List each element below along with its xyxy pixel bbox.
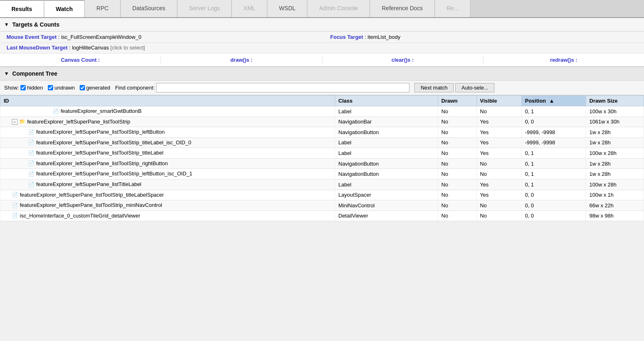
tab-referencedocs[interactable]: Reference Docs (370, 0, 434, 17)
cell-drawnsize: 1061w x 30h (586, 117, 644, 127)
show-bar: Show: hidden undrawn generated Find comp… (0, 81, 644, 95)
component-id: featureExplorer_leftSuperPane_listToolSt… (36, 139, 191, 146)
cell-id: −📁featureExplorer_leftSuperPane_listTool… (0, 117, 335, 127)
draws-cell: draw()s : (161, 56, 322, 64)
generated-checkbox-label[interactable]: generated (80, 85, 110, 91)
component-id: featureExplorer_leftSuperPane_listToolSt… (36, 150, 163, 156)
component-id: featureExplorer_leftSuperPane_listToolSt… (36, 160, 168, 166)
cell-position: 0, 1 (521, 158, 586, 169)
cell-drawn: No (438, 211, 477, 221)
cell-id: 📄featureExplorer_leftSuperPane_listTitle… (0, 179, 335, 190)
cell-position: 0, 0 (521, 211, 586, 221)
cell-class: DetailViewer (335, 211, 438, 221)
cell-drawnsize: 98w x 98h (586, 211, 644, 221)
cell-drawnsize: 1w x 28h (586, 169, 644, 179)
cell-class: Label (335, 148, 438, 159)
leaf-icon: 📄 (12, 191, 18, 198)
focus-value: itemList_body (368, 34, 400, 40)
col-header-drawnsize[interactable]: Drawn Size (586, 96, 644, 106)
tab-re[interactable]: Re... (435, 0, 471, 17)
cell-drawnsize: 100w x 28h (586, 148, 644, 159)
generated-checkbox[interactable] (80, 85, 85, 90)
canvas-count-cell: Canvas Count : (0, 56, 161, 64)
cell-id: 📄featureExplorer_smartGwtButtonB (0, 106, 335, 117)
cell-class: Label (335, 137, 438, 148)
cell-drawnsize: 66w x 22h (586, 200, 644, 211)
tab-datasources[interactable]: DataSources (121, 0, 177, 17)
tab-wsdl[interactable]: WSDL (267, 0, 307, 17)
table-row[interactable]: 📄featureExplorer_leftSuperPane_listTitle… (0, 179, 644, 190)
cell-drawn: No (438, 106, 477, 117)
targets-chevron[interactable]: ▼ (4, 22, 9, 27)
next-match-button[interactable]: Next match (414, 83, 454, 92)
col-header-id[interactable]: ID (0, 96, 335, 106)
leaf-icon: 📄 (12, 212, 18, 219)
cell-position: 0, 1 (521, 106, 586, 117)
cell-id: 📄featureExplorer_leftSuperPane_listToolS… (0, 169, 335, 179)
click-select-text[interactable]: [click to select] (110, 45, 145, 51)
sort-arrow: ▲ (549, 98, 555, 104)
expand-button[interactable]: − (12, 119, 18, 125)
last-mousedown-value: logHiliteCanvas (72, 45, 109, 51)
targets-row2: Last MouseDown Target : logHiliteCanvas … (0, 43, 644, 54)
cell-class: LayoutSpacer (335, 190, 438, 200)
show-label: Show: (4, 85, 19, 91)
cell-position: 0, 1 (521, 169, 586, 179)
col-header-drawn[interactable]: Drawn (438, 96, 477, 106)
table-row[interactable]: 📄featureExplorer_leftSuperPane_listToolS… (0, 190, 644, 200)
component-table: ID Class Drawn Visible Position ▲ Drawn … (0, 95, 644, 221)
cell-id: 📄featureExplorer_leftSuperPane_listToolS… (0, 190, 335, 200)
table-body: 📄featureExplorer_smartGwtButtonBLabelNoN… (0, 106, 644, 221)
folder-icon: 📁 (19, 118, 26, 125)
find-input[interactable] (156, 83, 409, 92)
undrawn-checkbox[interactable] (48, 85, 53, 90)
cell-position: 0, 0 (521, 190, 586, 200)
cell-drawn: No (438, 137, 477, 148)
cell-drawn: No (438, 117, 477, 127)
table-row[interactable]: 📄featureExplorer_smartGwtButtonBLabelNoN… (0, 106, 644, 117)
leaf-icon: 📄 (53, 108, 59, 114)
table-row[interactable]: 📄featureExplorer_leftSuperPane_listToolS… (0, 127, 644, 138)
leaf-icon: 📄 (28, 181, 35, 188)
tab-rpc[interactable]: RPC (85, 0, 121, 17)
hidden-checkbox-label[interactable]: hidden (20, 85, 43, 91)
table-row[interactable]: −📁featureExplorer_leftSuperPane_listTool… (0, 117, 644, 127)
cell-visible: No (476, 106, 521, 117)
cell-drawn: No (438, 190, 477, 200)
tab-results[interactable]: Results (0, 0, 44, 17)
cell-visible: No (476, 158, 521, 169)
table-row[interactable]: 📄featureExplorer_leftSuperPane_listToolS… (0, 148, 644, 159)
cell-drawn: No (438, 158, 477, 169)
component-id: featureExplorer_leftSuperPane_listToolSt… (36, 170, 192, 177)
component-id: featureExplorer_leftSuperPane_listToolSt… (20, 192, 164, 198)
table-row[interactable]: 📄featureExplorer_leftSuperPane_listToolS… (0, 200, 644, 211)
comp-tree-chevron[interactable]: ▼ (4, 71, 9, 76)
tabs-bar: Results Watch RPC DataSources Server Log… (0, 0, 644, 18)
undrawn-checkbox-label[interactable]: undrawn (48, 85, 75, 91)
cell-visible: Yes (476, 127, 521, 138)
cell-drawn: No (438, 148, 477, 159)
targets-title: Targets & Counts (12, 21, 60, 28)
auto-select-button[interactable]: Auto-sele... (455, 83, 494, 92)
cell-class: NavigationButton (335, 127, 438, 138)
tab-adminconsole[interactable]: Admin Console (307, 0, 370, 17)
table-row[interactable]: 📄featureExplorer_leftSuperPane_listToolS… (0, 158, 644, 169)
canvas-row: Canvas Count : draw()s : clear()s : redr… (0, 54, 644, 67)
table-row[interactable]: 📄featureExplorer_leftSuperPane_listToolS… (0, 169, 644, 179)
col-header-visible[interactable]: Visible (476, 96, 521, 106)
hidden-checkbox[interactable] (20, 85, 26, 90)
cell-drawnsize: 1w x 28h (586, 127, 644, 138)
tab-xml[interactable]: XML (232, 0, 267, 17)
table-row[interactable]: 📄featureExplorer_leftSuperPane_listToolS… (0, 137, 644, 148)
col-header-class[interactable]: Class (335, 96, 438, 106)
clears-label: clear()s : (391, 57, 414, 63)
component-table-wrapper: ID Class Drawn Visible Position ▲ Drawn … (0, 95, 644, 221)
col-header-position[interactable]: Position ▲ (521, 96, 586, 106)
focus-sep: : (364, 34, 367, 40)
leaf-icon: 📄 (28, 129, 35, 135)
cell-visible: Yes (476, 179, 521, 190)
tab-watch[interactable]: Watch (44, 0, 85, 17)
tab-serverlogs[interactable]: Server Logs (177, 0, 232, 17)
table-row[interactable]: 📄isc_HomeInterface_0_customTileGrid_deta… (0, 211, 644, 221)
cell-class: NavigationButton (335, 158, 438, 169)
